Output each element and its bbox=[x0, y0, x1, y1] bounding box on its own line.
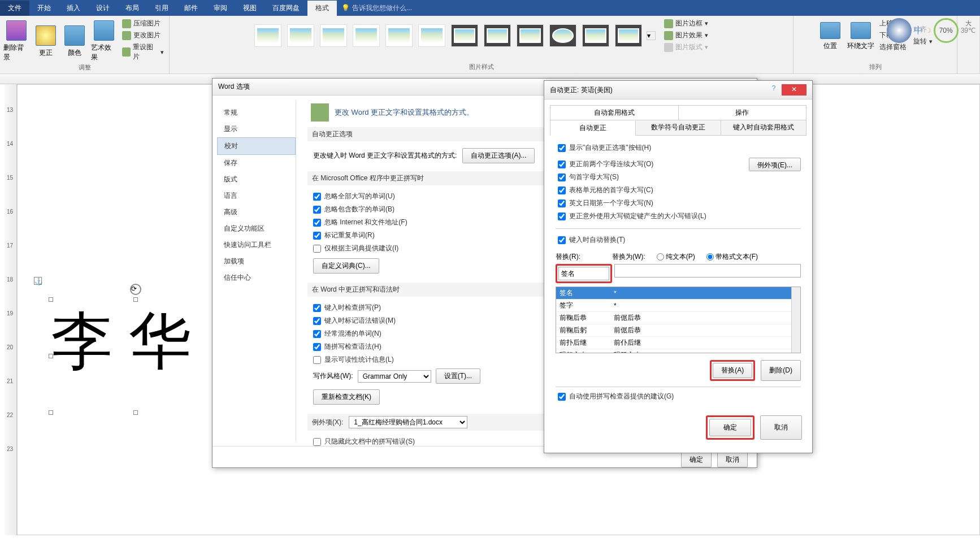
position-button[interactable]: 位置 bbox=[817, 20, 844, 51]
picture-style-4[interactable] bbox=[353, 24, 380, 47]
nav-qat[interactable]: 快速访问工具栏 bbox=[217, 237, 296, 253]
picture-style-7[interactable] bbox=[451, 24, 478, 47]
tab-math-autocorrect[interactable]: 数学符号自动更正 bbox=[636, 120, 721, 135]
chk-capslock[interactable] bbox=[558, 213, 566, 220]
chk-two-caps[interactable] bbox=[558, 161, 566, 168]
nav-proofing[interactable]: 校对 bbox=[217, 137, 296, 155]
replace-input[interactable] bbox=[558, 267, 609, 280]
resize-handle-n[interactable] bbox=[133, 297, 138, 302]
writing-style-settings-button[interactable]: 设置(T)... bbox=[436, 368, 480, 384]
tab-references[interactable]: 引用 bbox=[147, 1, 176, 16]
replace-button[interactable]: 替换(A) bbox=[713, 363, 752, 378]
chk-auto-spell-suggest[interactable] bbox=[558, 393, 566, 401]
vertical-ruler[interactable]: 13 14 15 16 17 18 19 20 21 22 23 bbox=[5, 84, 17, 535]
corrections-button[interactable]: 更正 bbox=[33, 23, 59, 58]
tab-autocorrect[interactable]: 自动更正 bbox=[550, 121, 636, 136]
picture-style-11[interactable] bbox=[582, 24, 609, 47]
tab-mail[interactable]: 邮件 bbox=[176, 1, 206, 16]
change-picture-button[interactable]: 更改图片 bbox=[120, 30, 166, 41]
delete-button[interactable]: 删除(D) bbox=[761, 360, 801, 381]
chk-replace-as-type[interactable] bbox=[558, 236, 566, 244]
resize-handle-sw[interactable] bbox=[49, 410, 53, 415]
remove-background-button[interactable]: 删除背景 bbox=[3, 18, 29, 62]
zoom-indicator[interactable]: 70% bbox=[934, 18, 959, 43]
picture-style-6[interactable] bbox=[418, 24, 445, 47]
picture-effects-button[interactable]: 图片效果 ▾ bbox=[662, 30, 710, 41]
ime-indicator[interactable]: 中 bbox=[914, 25, 923, 37]
picture-border-button[interactable]: 图片边框 ▾ bbox=[662, 18, 710, 29]
ac-row[interactable]: 前鞠后躬前倨后恭 bbox=[556, 324, 800, 337]
ac-row[interactable]: 签名* bbox=[556, 287, 800, 300]
tab-file[interactable]: 文件 bbox=[0, 1, 29, 16]
chk-mark-grammar[interactable] bbox=[313, 317, 321, 325]
nav-advanced[interactable]: 高级 bbox=[217, 204, 296, 220]
options-cancel-button[interactable]: 取消 bbox=[717, 452, 748, 467]
artistic-effects-button[interactable]: 艺术效果 bbox=[91, 18, 117, 62]
color-button[interactable]: 颜色 bbox=[62, 23, 88, 58]
chk-sentence-cap[interactable] bbox=[558, 174, 566, 181]
resize-handle-nw[interactable] bbox=[49, 297, 53, 302]
picture-style-1[interactable] bbox=[254, 24, 281, 47]
signature-image[interactable]: ⟳ 李 华 ⚓ bbox=[51, 300, 220, 413]
tab-insert[interactable]: 插入 bbox=[59, 1, 88, 16]
autocorrect-table[interactable]: 签名*签字*前鞠后恭前倨后恭前鞠后躬前倨后恭前扑后继前仆后继强努之末强弩之末强做… bbox=[556, 287, 801, 353]
nav-layout[interactable]: 版式 bbox=[217, 171, 296, 188]
recheck-button[interactable]: 重新检查文档(K) bbox=[313, 389, 380, 405]
custom-dict-button[interactable]: 自定义词典(C)... bbox=[313, 258, 379, 274]
nav-display[interactable]: 显示 bbox=[217, 121, 296, 137]
nav-addins[interactable]: 加载项 bbox=[217, 253, 296, 270]
picture-style-10[interactable] bbox=[549, 24, 576, 47]
autocorrect-close-button[interactable]: ✕ bbox=[782, 84, 806, 96]
chk-show-autocorrect-button[interactable] bbox=[558, 144, 566, 152]
chk-readability[interactable] bbox=[313, 356, 321, 364]
tab-review[interactable]: 审阅 bbox=[206, 1, 235, 16]
picture-style-2[interactable] bbox=[287, 24, 314, 47]
ac-row[interactable]: 签字* bbox=[556, 300, 800, 312]
wrap-text-button[interactable]: 环绕文字 bbox=[847, 20, 874, 51]
tab-layout[interactable]: 布局 bbox=[118, 1, 147, 16]
nav-trust[interactable]: 信任中心 bbox=[217, 270, 296, 286]
resize-handle-w[interactable] bbox=[49, 354, 53, 358]
chk-grammar-with-spelling[interactable] bbox=[313, 343, 321, 351]
table-scrollbar[interactable] bbox=[791, 287, 800, 353]
chk-ignore-numbers[interactable] bbox=[313, 206, 321, 214]
nav-save[interactable]: 保存 bbox=[217, 155, 296, 171]
nav-language[interactable]: 语言 bbox=[217, 188, 296, 204]
chk-hide-errors[interactable] bbox=[313, 438, 321, 446]
ac-row[interactable]: 前鞠后恭前倨后恭 bbox=[556, 312, 800, 324]
exceptions-doc-select[interactable]: 1_高红梅经理购销合同1.docx bbox=[349, 416, 467, 428]
ac-row[interactable]: 强努之末强弩之末 bbox=[556, 349, 800, 354]
reset-picture-button[interactable]: 重设图片 ▾ bbox=[120, 42, 166, 62]
help-icon[interactable]: ? bbox=[767, 84, 780, 96]
tab-baidu[interactable]: 百度网盘 bbox=[264, 1, 307, 16]
selection-pane-button[interactable]: 选择窗格 bbox=[878, 42, 908, 53]
chk-confused-words[interactable] bbox=[313, 330, 321, 338]
chk-main-dict[interactable] bbox=[313, 245, 321, 253]
exceptions-button[interactable]: 例外项(E)... bbox=[749, 158, 801, 171]
picture-layout-button[interactable]: 图片版式 ▾ bbox=[662, 42, 710, 53]
tab-autoformat[interactable]: 自动套用格式 bbox=[550, 106, 679, 120]
rotate-handle[interactable]: ⟳ bbox=[130, 284, 141, 295]
ac-row[interactable]: 前扑后继前仆后继 bbox=[556, 337, 800, 349]
writing-style-select[interactable]: Grammar Only bbox=[358, 370, 431, 383]
picture-style-9[interactable] bbox=[517, 24, 544, 47]
nav-general[interactable]: 常规 bbox=[217, 105, 296, 121]
autocorrect-options-button[interactable]: 自动更正选项(A)... bbox=[462, 148, 535, 163]
chk-ignore-uppercase[interactable] bbox=[313, 193, 321, 201]
resize-handle-s[interactable] bbox=[133, 410, 138, 415]
picture-style-12[interactable] bbox=[615, 24, 642, 47]
chk-day-cap[interactable] bbox=[558, 200, 566, 207]
picture-style-5[interactable] bbox=[385, 24, 413, 47]
tab-format[interactable]: 格式 bbox=[307, 1, 337, 16]
tab-view[interactable]: 视图 bbox=[235, 1, 264, 16]
with-input[interactable] bbox=[614, 264, 801, 278]
tab-home[interactable]: 开始 bbox=[29, 1, 59, 16]
picture-style-8[interactable] bbox=[484, 24, 511, 47]
options-ok-button[interactable]: 确定 bbox=[681, 452, 712, 467]
chk-table-cap[interactable] bbox=[558, 187, 566, 194]
chk-ignore-urls[interactable] bbox=[313, 219, 321, 227]
tab-autoformat-typing[interactable]: 键入时自动套用格式 bbox=[721, 120, 806, 135]
picture-style-3[interactable] bbox=[320, 24, 347, 47]
chk-repeat-words[interactable] bbox=[313, 232, 321, 240]
radio-plain-text[interactable] bbox=[657, 252, 664, 262]
